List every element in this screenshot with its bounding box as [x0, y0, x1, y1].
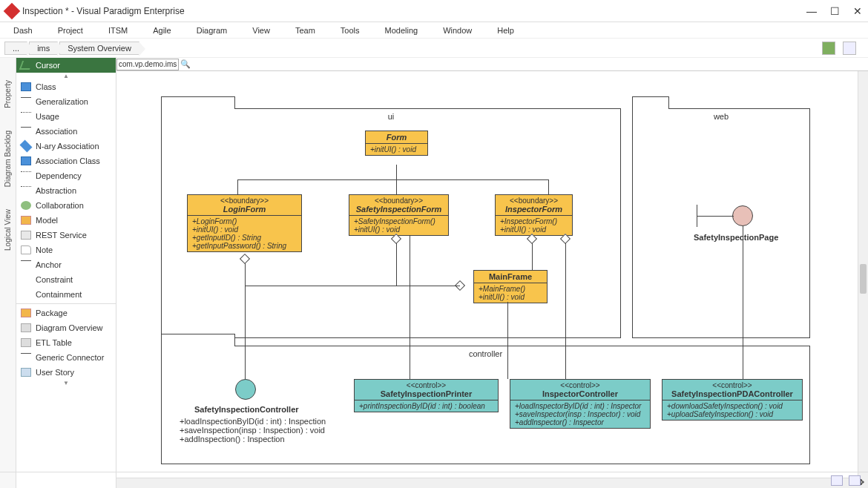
ops-safetyinspectioncontroller: +loadInspectionByID(id : int) : Inspecti… — [180, 417, 326, 444]
menu-help[interactable]: Help — [497, 26, 514, 35]
class-safetyinspectioncontroller[interactable] — [235, 379, 256, 400]
tool-class[interactable]: Class — [16, 79, 116, 94]
class-safetyinspectionpage[interactable] — [732, 205, 753, 226]
menu-diagram[interactable]: Diagram — [197, 26, 228, 35]
class-inspectorcontroller[interactable]: <<control>>InspectorController +loadInsp… — [510, 379, 651, 429]
switch-icon[interactable] — [843, 42, 856, 55]
class-inspectorform[interactable]: <<boundary>>InspectorForm +InspectorForm… — [495, 194, 573, 236]
maximize-button[interactable]: ☐ — [830, 5, 840, 17]
tool-abstraction[interactable]: Abstraction — [16, 183, 116, 198]
tool-rest[interactable]: REST Service — [16, 228, 116, 243]
tool-collaboration[interactable]: Collaboration — [16, 198, 116, 213]
minimize-button[interactable]: — — [806, 5, 817, 17]
tool-anchor[interactable]: Anchor — [16, 257, 116, 272]
menu-dash[interactable]: Dash — [13, 26, 33, 35]
class-form[interactable]: Form +initUI() : void — [365, 131, 428, 156]
class-loginform[interactable]: <<boundary>>LoginForm +LoginForm() +init… — [187, 194, 302, 252]
dock-backlog[interactable]: Diagram Backlog — [4, 131, 12, 187]
tool-model[interactable]: Model — [16, 213, 116, 228]
tool-usage[interactable]: Usage — [16, 109, 116, 124]
note-icon[interactable] — [849, 475, 861, 486]
tool-diagram-overview[interactable]: Diagram Overview — [16, 320, 116, 335]
class-mainframe[interactable]: MainFrame +MainFrame() +initUI() : void — [473, 270, 548, 303]
address-input[interactable] — [116, 59, 179, 70]
search-icon[interactable]: 🔍 — [180, 59, 191, 69]
menu-tools[interactable]: Tools — [341, 26, 360, 35]
menu-agile[interactable]: Agile — [153, 26, 171, 35]
menu-bar: Dash Project ITSM Agile Diagram View Tea… — [0, 22, 868, 39]
dock-logical[interactable]: Logical View — [4, 209, 12, 251]
tool-dependency[interactable]: Dependency — [16, 168, 116, 183]
tool-generalization[interactable]: Generalization — [16, 94, 116, 109]
class-safetyinspectionform[interactable]: <<boundary>>SafetyInspectionForm +Safety… — [349, 194, 449, 236]
tool-nary[interactable]: N-ary Association — [16, 139, 116, 154]
dock-property[interactable]: Property — [4, 80, 12, 108]
tool-constraint[interactable]: Constraint — [16, 272, 116, 287]
diagram-canvas[interactable]: ui web controller Form +initUI() : void — [116, 71, 858, 478]
tool-assoc-class[interactable]: Association Class — [16, 154, 116, 168]
menu-window[interactable]: Window — [443, 26, 472, 35]
menu-itsm[interactable]: ITSM — [108, 26, 128, 35]
scrollbar-vertical[interactable] — [858, 71, 868, 478]
breadcrumb-root[interactable]: ... — [4, 42, 27, 55]
tool-containment[interactable]: Containment — [16, 287, 116, 302]
tool-palette: Cursor ▲ Class Generalization Usage Asso… — [16, 58, 116, 488]
menu-view[interactable]: View — [252, 26, 270, 35]
breadcrumb-leaf[interactable]: System Overview — [59, 42, 139, 55]
close-button[interactable]: ✕ — [853, 5, 862, 17]
tool-association[interactable]: Association — [16, 124, 116, 139]
menu-modeling[interactable]: Modeling — [385, 26, 418, 35]
tool-package[interactable]: Package — [16, 306, 116, 320]
mail-icon[interactable] — [831, 475, 843, 486]
app-logo — [4, 2, 21, 19]
package-web[interactable]: web — [632, 108, 810, 338]
tool-etl[interactable]: ETL Table — [16, 335, 116, 350]
tool-generic-connector[interactable]: Generic Connector — [16, 350, 116, 365]
class-safetyinspectionprinter[interactable]: <<control>>SafetyInspectionPrinter +prin… — [354, 379, 499, 412]
tool-note[interactable]: Note — [16, 243, 116, 257]
menu-team[interactable]: Team — [295, 26, 315, 35]
class-pdacontroller[interactable]: <<control>>SafetyInspectionPDAController… — [662, 379, 803, 421]
menu-project[interactable]: Project — [58, 26, 83, 35]
tool-cursor[interactable]: Cursor — [16, 58, 116, 73]
window-title: Inspection * - Visual Paradigm Enterpris… — [22, 6, 806, 16]
tool-user-story[interactable]: User Story — [16, 365, 116, 380]
announce-icon[interactable] — [822, 42, 835, 55]
